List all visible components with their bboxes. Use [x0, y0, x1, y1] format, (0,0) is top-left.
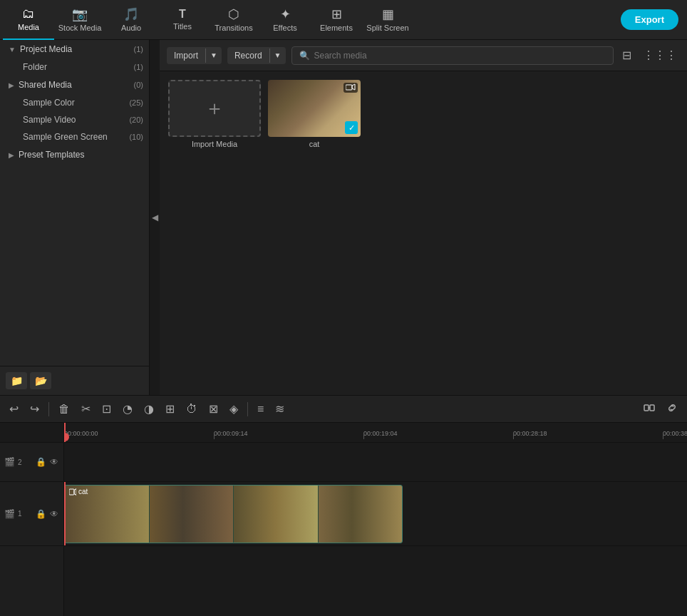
sidebar-label-folder: Folder	[23, 62, 134, 72]
playhead-track	[64, 482, 66, 545]
collapse-sidebar-button[interactable]: ◀	[150, 40, 160, 395]
track-area: cat	[64, 443, 687, 616]
cat-media-card[interactable]: ✓ cat	[268, 80, 361, 148]
track-1-visible[interactable]: 👁	[49, 508, 59, 520]
ruler-tick-3	[513, 433, 514, 439]
svg-rect-5	[69, 489, 74, 495]
audio-icon: 🎵	[123, 6, 139, 22]
grid-view-button[interactable]: ⋮⋮⋮	[640, 46, 680, 65]
transform-button[interactable]: ⊞	[162, 400, 178, 418]
split-button[interactable]: ✂	[78, 400, 94, 418]
sidebar-count-shared-media: (0)	[134, 81, 143, 89]
cat-video-clip[interactable]: cat	[64, 485, 403, 543]
filter-button[interactable]: ⊟	[619, 46, 634, 65]
nav-label-transitions: Transitions	[215, 24, 252, 32]
fullscreen-button[interactable]: ⊠	[205, 400, 222, 418]
grid-icon: ⋮⋮⋮	[643, 49, 677, 61]
delete-button[interactable]: 🗑	[55, 401, 73, 418]
main-area: ▼ Project Media (1) Folder (1) ▶ Shared …	[0, 40, 687, 395]
cat-thumb: ✓	[268, 80, 361, 137]
redo-button[interactable]: ↪	[26, 400, 43, 418]
track-1-number: 1	[18, 510, 22, 518]
search-box: 🔍	[291, 46, 614, 65]
track-2-visible[interactable]: 👁	[49, 456, 59, 468]
duration-button[interactable]: ⏱	[182, 401, 201, 418]
toolbar-separator-2	[247, 402, 248, 416]
effects-icon: ✦	[280, 6, 291, 22]
add-folder-button[interactable]: 📁	[6, 372, 27, 389]
film-icon: 🎬	[4, 457, 15, 467]
remove-folder-button[interactable]: 📂	[30, 372, 51, 389]
top-navigation: 🗂 Media 📷 Stock Media 🎵 Audio T Titles ⬡…	[0, 0, 687, 40]
speed-button[interactable]: ◔	[119, 400, 136, 418]
color-button[interactable]: ◑	[140, 400, 157, 418]
export-button[interactable]: Export	[621, 9, 678, 30]
clip-segment-3	[234, 486, 319, 543]
track-2-lock[interactable]: 🔒	[35, 456, 47, 468]
import-dropdown-button[interactable]: ▼	[206, 48, 222, 63]
arrow-down-icon: ▼	[9, 46, 16, 53]
svg-rect-0	[346, 85, 352, 90]
nav-label-split-screen: Split Screen	[366, 24, 408, 32]
undo-button[interactable]: ↩	[6, 400, 22, 418]
svg-marker-6	[74, 488, 76, 495]
nav-label-effects: Effects	[273, 24, 296, 32]
sidebar-item-preset-templates[interactable]: ▶ Preset Templates	[0, 145, 149, 164]
nav-item-media[interactable]: 🗂 Media	[3, 0, 54, 40]
sidebar: ▼ Project Media (1) Folder (1) ▶ Shared …	[0, 40, 150, 395]
import-button[interactable]: Import	[167, 47, 205, 64]
nav-label-media: Media	[18, 23, 39, 31]
toolbar-separator-1	[48, 402, 49, 416]
waveform-button[interactable]: ≋	[272, 400, 288, 418]
playhead-handle[interactable]	[64, 433, 69, 441]
ruler-ts-1: 00:00:09:14	[214, 430, 248, 437]
sidebar-item-sample-video[interactable]: Sample Video (20)	[0, 111, 149, 128]
nav-item-elements[interactable]: ⊞ Elements	[311, 0, 362, 40]
clip-thumbnails	[65, 486, 402, 543]
nav-item-transitions[interactable]: ⬡ Transitions	[208, 0, 259, 40]
sidebar-item-project-media[interactable]: ▼ Project Media (1)	[0, 40, 149, 58]
timeline-area: ↩ ↪ 🗑 ✂ ⊡ ◔ ◑ ⊞ ⏱ ⊠ ◈ ≡ ≋	[0, 395, 687, 616]
transitions-icon: ⬡	[228, 6, 239, 22]
split-screen-icon: ▦	[382, 6, 394, 22]
record-button-group: Record ▼	[227, 47, 286, 64]
sidebar-item-sample-green[interactable]: Sample Green Screen (10)	[0, 128, 149, 145]
track-row-2	[64, 443, 687, 482]
sidebar-item-sample-color[interactable]: Sample Color (25)	[0, 94, 149, 111]
record-button[interactable]: Record	[227, 47, 269, 64]
ruler-ts-3: 00:00:28:18	[513, 430, 547, 437]
snap-button[interactable]	[640, 400, 658, 419]
nav-item-split-screen[interactable]: ▦ Split Screen	[362, 0, 413, 40]
titles-icon: T	[179, 8, 186, 21]
track-2-number: 2	[18, 458, 22, 466]
sidebar-label-preset-templates: Preset Templates	[19, 150, 143, 160]
media-grid: ＋ Import Media ✓ cat	[160, 71, 687, 395]
sidebar-item-shared-media[interactable]: ▶ Shared Media (0)	[0, 76, 149, 94]
import-thumb: ＋	[168, 80, 261, 137]
sidebar-item-folder[interactable]: Folder (1)	[0, 58, 149, 76]
import-media-card[interactable]: ＋ Import Media	[168, 80, 261, 148]
nav-item-effects[interactable]: ✦ Effects	[259, 0, 311, 40]
nav-item-titles[interactable]: T Titles	[157, 0, 208, 40]
link-button[interactable]	[663, 400, 681, 419]
crop-button[interactable]: ⊡	[98, 400, 115, 418]
sidebar-footer: 📁 📂	[0, 366, 149, 395]
nav-item-stock-media[interactable]: 📷 Stock Media	[54, 0, 105, 40]
track-header-1: 🎬 1 🔒 👁	[0, 482, 63, 546]
search-input[interactable]	[314, 51, 606, 61]
ruler-tick-4	[663, 433, 663, 439]
track-headers: 🎬 2 🔒 👁 🎬 1 🔒 👁	[0, 423, 64, 616]
audio-levels-button[interactable]: ≡	[254, 401, 267, 418]
clip-label: cat	[69, 488, 88, 496]
record-dropdown-button[interactable]: ▼	[270, 48, 286, 63]
ruler-ts-2: 00:00:19:04	[363, 430, 398, 437]
clip-segment-2	[150, 486, 234, 543]
content-area: Import ▼ Record ▼ 🔍 ⊟ ⋮⋮⋮	[160, 40, 687, 395]
track-header-2: 🎬 2 🔒 👁	[0, 443, 63, 482]
timeline-ruler: 00:00:00:00 00:00:09:14 00:00:19:04 00:0…	[64, 423, 687, 443]
track-1-lock[interactable]: 🔒	[35, 508, 47, 520]
video-badge	[344, 83, 358, 93]
nav-item-audio[interactable]: 🎵 Audio	[105, 0, 157, 40]
content-toolbar: Import ▼ Record ▼ 🔍 ⊟ ⋮⋮⋮	[160, 40, 687, 71]
stabilize-button[interactable]: ◈	[226, 400, 242, 418]
